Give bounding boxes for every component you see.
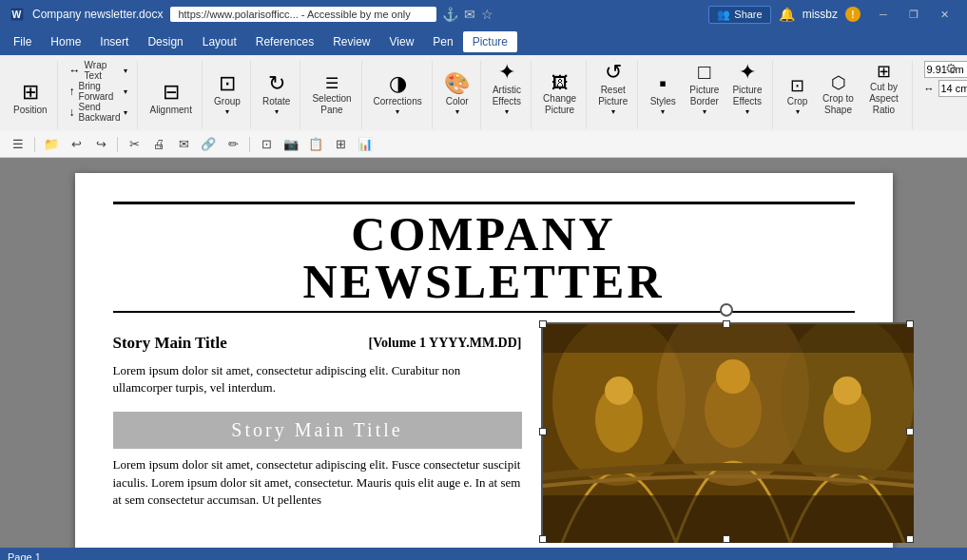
bring-forward-button[interactable]: ↑ Bring Forward ▾	[66, 82, 132, 101]
story-banner: Story Main Title	[113, 412, 522, 449]
qat-table[interactable]: ⊞	[330, 134, 351, 155]
alignment-button[interactable]: ⊟ Alignment	[145, 61, 195, 118]
handle-tl[interactable]	[539, 320, 547, 328]
alignment-label: Alignment	[149, 105, 191, 116]
reset-picture-button[interactable]: ↺ ResetPicture ▾	[594, 61, 631, 118]
qat-open[interactable]: 📁	[41, 134, 62, 155]
qat-print[interactable]: 🖨	[148, 134, 169, 155]
notification-bell[interactable]: 🔔	[779, 7, 795, 22]
ribbon-group-crop: ⊡ Crop ▾ ⬡ Crop toShape ⊞ Cut byAspect R…	[775, 61, 913, 129]
ribbon-group-corrections: ◑ Corrections ▾	[364, 61, 433, 129]
menu-references[interactable]: References	[246, 31, 323, 52]
status-bar: Page 1	[0, 548, 967, 560]
menu-layout[interactable]: Layout	[193, 31, 246, 52]
left-column: Story Main Title [Volume 1 YYYY.MM.DD] L…	[113, 322, 522, 548]
color-label: Color	[446, 96, 469, 107]
qat-clipboard[interactable]: 📋	[305, 134, 326, 155]
qat-grid[interactable]: ⊡	[256, 134, 277, 155]
menu-review[interactable]: Review	[323, 31, 379, 52]
story-body-long: Lorem ipsum dolor sit amet, consectetur …	[113, 456, 522, 509]
handle-br[interactable]	[906, 535, 914, 543]
qat-cut[interactable]: ✂	[124, 134, 145, 155]
position-button[interactable]: ⊞ Position	[10, 61, 51, 118]
menu-file[interactable]: File	[4, 31, 41, 52]
url-bar[interactable]: https://www.polarisofficc... - Accessibl…	[170, 7, 436, 22]
menu-view[interactable]: View	[380, 31, 424, 52]
app-logo: W	[8, 5, 27, 24]
menu-home[interactable]: Home	[41, 31, 90, 52]
group-button[interactable]: ⊡ Group ▾	[210, 61, 244, 118]
restore-button[interactable]: ❐	[899, 5, 929, 24]
page-info: Page 1	[8, 551, 41, 560]
qat-edit[interactable]: ✏	[222, 134, 243, 155]
picture-effects-icon: ✦	[739, 62, 756, 83]
send-backward-button[interactable]: ↓ Send Backward ▾	[66, 103, 132, 122]
username-label: missbz	[803, 8, 838, 21]
artistic-effects-button[interactable]: ✦ ArtisticEffects ▾	[489, 61, 525, 118]
wrap-text-button[interactable]: ↔ Wrap Text ▾	[66, 61, 132, 80]
fresco-image	[543, 324, 914, 543]
ribbon-group-artistic: ✦ ArtisticEffects ▾	[483, 61, 532, 129]
close-button[interactable]: ✕	[929, 5, 959, 24]
corrections-icon: ◑	[389, 73, 407, 94]
anchor-icon: ⚓	[442, 7, 458, 22]
newsletter-title-line1: COMPANY	[113, 210, 855, 258]
ribbon-group-color: 🎨 Color ▾	[435, 61, 481, 129]
menu-pen[interactable]: Pen	[423, 31, 462, 52]
ribbon-group-arrange: ↔ Wrap Text ▾ ↑ Bring Forward ▾ ↓ Send B…	[60, 61, 139, 129]
share-button[interactable]: 👥 Share	[708, 6, 770, 24]
ribbon-group-rotate: ↻ Rotate ▾	[253, 61, 300, 129]
menu-design[interactable]: Design	[138, 31, 192, 52]
width-input[interactable]	[938, 80, 968, 97]
handle-mr[interactable]	[906, 428, 914, 435]
selection-pane-button[interactable]: ☰ SelectionPane	[308, 61, 355, 118]
image-wrapper: Suspendisse viverra quis justo eget ulla…	[541, 322, 912, 548]
cut-by-aspect-icon: ⊞	[877, 63, 891, 80]
qat-link[interactable]: 🔗	[198, 134, 219, 155]
corrections-button[interactable]: ◑ Corrections ▾	[370, 61, 426, 118]
handle-tr[interactable]	[906, 320, 914, 328]
reset-picture-icon: ↺	[605, 62, 622, 83]
newsletter-header: COMPANY NEWSLETTER	[113, 202, 855, 313]
qat-sep-3	[249, 137, 250, 152]
handle-tc[interactable]	[723, 320, 730, 328]
ribbon-settings-icon[interactable]: ⚙	[943, 59, 959, 78]
menu-insert[interactable]: Insert	[90, 31, 138, 52]
handle-bc[interactable]	[723, 535, 730, 543]
cut-by-aspect-button[interactable]: ⊞ Cut byAspect Ratio	[862, 61, 906, 118]
styles-icon: ▪	[659, 73, 667, 94]
rotate-button[interactable]: ↻ Rotate ▾	[259, 61, 294, 118]
bring-forward-label: Bring Forward	[79, 81, 121, 102]
reset-picture-label: ResetPicture	[598, 85, 628, 107]
styles-button[interactable]: ▪ Styles ▾	[646, 61, 680, 118]
newsletter-title-line2: NEWSLETTER	[113, 258, 855, 305]
share-icon: 👥	[717, 9, 730, 21]
wrap-text-icon: ↔	[69, 64, 81, 77]
qat-mail[interactable]: ✉	[173, 134, 194, 155]
crop-to-shape-button[interactable]: ⬡ Crop toShape	[819, 61, 859, 118]
title-bar-icons: ⚓ ✉ ☆	[442, 7, 493, 22]
qat-undo[interactable]: ↩	[66, 134, 87, 155]
position-label: Position	[13, 105, 48, 116]
picture-border-button[interactable]: □ PictureBorder ▾	[686, 61, 723, 118]
qat-camera[interactable]: 📷	[280, 134, 301, 155]
corrections-label: Corrections	[374, 96, 422, 107]
picture-effects-button[interactable]: ✦ PictureEffects ▾	[728, 61, 765, 118]
crop-button[interactable]: ⊡ Crop ▾	[781, 61, 815, 118]
handle-ml[interactable]	[539, 428, 547, 435]
change-picture-button[interactable]: 🖼 ChangePicture	[539, 61, 580, 118]
ribbon-group-alignment: ⊟ Alignment	[140, 61, 202, 129]
send-backward-icon: ↓	[69, 106, 75, 119]
qat-redo[interactable]: ↪	[90, 134, 111, 155]
rotation-handle[interactable]	[720, 303, 733, 317]
artistic-effects-icon: ✦	[498, 62, 515, 83]
minimize-button[interactable]: ─	[868, 5, 899, 24]
qat-menu[interactable]: ☰	[8, 134, 29, 155]
menu-bar: File Home Insert Design Layout Reference…	[0, 29, 967, 55]
color-button[interactable]: 🎨 Color ▾	[440, 61, 474, 118]
crop-to-shape-label: Crop toShape	[822, 93, 854, 116]
menu-picture[interactable]: Picture	[463, 31, 517, 52]
image-container[interactable]	[541, 322, 912, 541]
qat-chart[interactable]: 📊	[355, 134, 376, 155]
handle-bl[interactable]	[539, 535, 547, 543]
